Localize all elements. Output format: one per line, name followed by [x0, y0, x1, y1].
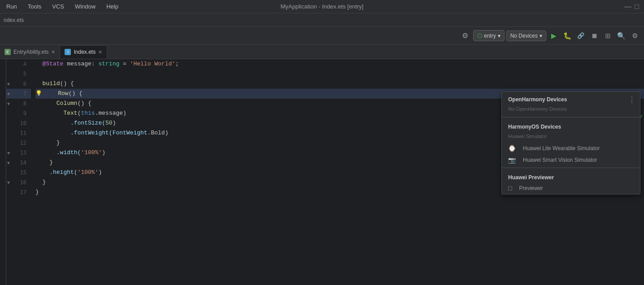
code-width-close: )	[102, 148, 105, 158]
search-everywhere-button[interactable]: 🔍	[615, 30, 627, 42]
fold-13[interactable]: ▼	[7, 151, 10, 155]
run-button[interactable]: ▶	[548, 30, 560, 42]
debug-button[interactable]: 🐛	[561, 30, 573, 42]
code-width: .width(	[35, 148, 81, 158]
line-num-13: 13	[20, 150, 26, 156]
code-text-indent	[35, 108, 63, 118]
harmonyos-section-title: HarmonyOS Devices	[502, 119, 640, 132]
code-semi: ;	[175, 59, 179, 69]
stop-button[interactable]: ⏹	[588, 30, 600, 42]
menu-vcs[interactable]: VCS	[50, 2, 66, 11]
previewer-label: Previewer	[519, 185, 543, 191]
entry-chevron: ▾	[498, 33, 500, 39]
fold-7[interactable]: ▼	[7, 91, 10, 96]
hint-icon-7: 💡	[35, 89, 42, 99]
line-7: ▼ 7	[6, 89, 31, 99]
code-fontsize-close: )	[113, 118, 116, 128]
entry-selector[interactable]: ⬡ entry ▾	[473, 30, 505, 41]
code-close-build: }	[35, 177, 46, 187]
code-editor[interactable]: @State message: string = 'Hello World'; …	[31, 59, 644, 285]
main-area: 4 5 ▼ 6 ▼ 7 ▼ 8 9 10 11 12 ▼ 13	[0, 59, 644, 285]
menu-window[interactable]: Window	[73, 2, 97, 11]
line-13: ▼ 13	[6, 148, 31, 158]
divider-2	[502, 168, 640, 168]
previewer-section-title: Huawei Previewer	[502, 170, 640, 182]
line-11: 11	[6, 128, 31, 138]
huawei-smart-vision-label: Huawei Smart Vision Simulator	[523, 157, 597, 163]
line-4: 4	[6, 59, 31, 69]
entry-label: entry	[484, 33, 496, 39]
left-sidebar	[0, 59, 6, 285]
line-num-7: 7	[23, 91, 26, 97]
previewer-item[interactable]: □ Previewer	[502, 182, 640, 194]
line-num-11: 11	[20, 130, 26, 136]
tab-index[interactable]: I Index.ets ✕	[60, 45, 107, 59]
maximize-button[interactable]: □	[634, 4, 640, 9]
project-structure-button[interactable]: ⊞	[602, 30, 614, 42]
line-12: 12	[6, 138, 31, 148]
window-title: MyApplication - Index.ets [entry]	[281, 3, 364, 10]
huawei-smart-vision-item[interactable]: 📷 Huawei Smart Vision Simulator	[502, 154, 640, 166]
code-bold: Bold	[151, 128, 165, 138]
openharmony-section-title: OpenHarmony Devices	[502, 92, 640, 104]
code-fontweight: .fontWeight(FontWeight.	[35, 128, 151, 138]
fold-6[interactable]: ▼	[7, 82, 10, 86]
code-close-row: }	[35, 158, 53, 168]
menu-run[interactable]: Run	[4, 2, 19, 11]
code-line-4: @State message: string = 'Hello World';	[35, 59, 644, 69]
minimize-button[interactable]: —	[625, 4, 631, 9]
line-8: ▼ 8	[6, 99, 31, 108]
tab-entry-ability-icon: E	[4, 49, 11, 55]
code-space: message:	[63, 59, 98, 69]
code-this: this	[81, 108, 95, 118]
previewer-icon: □	[508, 185, 512, 192]
line-10: 10	[6, 118, 31, 128]
menu-tools[interactable]: Tools	[26, 2, 43, 11]
line-num-9: 9	[23, 110, 26, 117]
line-num-14: 14	[20, 160, 26, 166]
attach-debugger-button[interactable]: 🔗	[575, 30, 587, 42]
tab-index-close[interactable]: ✕	[98, 49, 102, 55]
menu-help[interactable]: Help	[104, 2, 120, 11]
harmonyos-simulator-label: Huawei Simulator	[502, 132, 640, 142]
fold-8[interactable]: ▼	[7, 101, 10, 106]
code-fn-col: Column	[57, 99, 78, 108]
line-16: ▼ 16	[6, 177, 31, 187]
code-indent	[35, 59, 43, 69]
settings-icon[interactable]: ⚙	[459, 30, 471, 42]
line-num-15: 15	[20, 169, 26, 176]
line-6: ▼ 6	[6, 79, 31, 89]
tab-entry-ability[interactable]: E EntryAbility.ets ✕	[0, 45, 60, 59]
tab-entry-ability-close[interactable]: ✕	[51, 49, 55, 55]
code-close-col: }	[35, 138, 60, 148]
code-row-rest: () {	[69, 89, 83, 99]
huawei-lite-wearable-item[interactable]: ⌚ Huawei Lite Wearable Simulator	[502, 142, 640, 154]
devices-selector[interactable]: No Devices ▾	[506, 30, 546, 41]
secondary-bar: ndex.ets	[0, 13, 644, 27]
code-col-rest: () {	[78, 99, 91, 108]
code-text-paren1: (	[78, 108, 81, 118]
openharmony-no-devices: No OpenHarmony Devices	[502, 104, 640, 115]
tab-entry-ability-label: EntryAbility.ets	[13, 49, 48, 55]
line-num-5: 5	[23, 71, 26, 77]
vision-icon: 📷	[508, 156, 516, 164]
panel-more-button[interactable]: ⋮	[628, 95, 635, 104]
code-close-class: }	[35, 187, 39, 197]
code-fontweight-close: )	[165, 128, 169, 138]
code-col-indent	[35, 99, 57, 108]
toolbar: ⚙ ⬡ entry ▾ No Devices ▾ ▶ 🐛 🔗 ⏹ ⊞ 🔍 ⚙	[0, 27, 644, 45]
code-parens-build: () {	[60, 79, 74, 89]
code-row-indent	[44, 89, 58, 99]
code-type: string	[98, 59, 119, 69]
fold-14[interactable]: ▼	[7, 160, 10, 165]
code-decorator: @State	[43, 59, 64, 69]
code-string: 'Hello World'	[130, 59, 175, 69]
code-fn-text: Text	[63, 108, 77, 118]
code-op: =	[119, 59, 130, 69]
settings-gear-button[interactable]: ⚙	[629, 30, 640, 42]
huawei-lite-wearable-label: Huawei Lite Wearable Simulator	[523, 145, 600, 151]
code-height-val: '100%'	[78, 168, 99, 177]
fold-16[interactable]: ▼	[7, 180, 10, 185]
code-fn-build: build	[43, 79, 60, 89]
devices-panel: ⋮ OpenHarmony Devices No OpenHarmony Dev…	[501, 91, 640, 194]
